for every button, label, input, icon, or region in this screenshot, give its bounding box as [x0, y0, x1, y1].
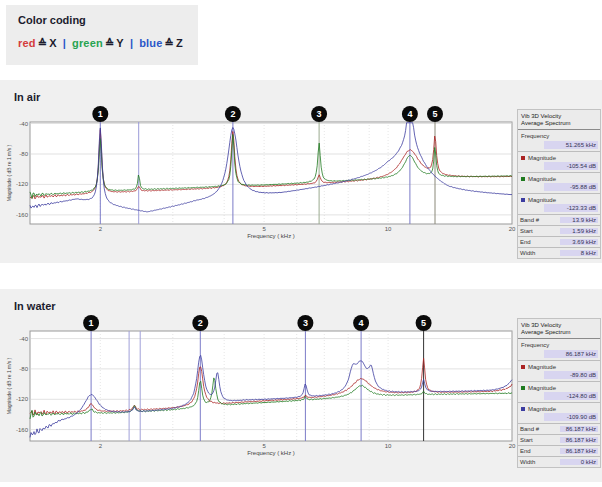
series-z-color-swatch	[521, 198, 525, 202]
band-label: Band #	[520, 426, 539, 432]
y-axis-title: Magnitude ( dB re 1 m/s )	[6, 357, 12, 414]
info-panel-air: Vib 3D Velocity Average Spectrum Frequen…	[517, 109, 601, 259]
magnitude-row-z: Magnitude	[518, 193, 600, 203]
peak-marker-number: 5	[421, 318, 426, 328]
y-tick-label: -80	[19, 366, 28, 372]
peak-marker-number: 3	[317, 109, 322, 119]
panel-subtitle: Average Spectrum	[518, 328, 600, 339]
legend-x-axis: X	[49, 37, 57, 49]
magnitude-value-y: -124.80 dB	[544, 392, 598, 400]
start-row: Start86.187 kHz	[518, 434, 600, 445]
y-tick-label: -40	[19, 121, 28, 127]
x-axis-title: Frequency ( kHz )	[247, 450, 295, 456]
width-row: Width8 kHz	[518, 247, 600, 258]
magnitude-row-y: Magnitude	[518, 381, 600, 391]
corresponds-symbol: ≙	[36, 37, 49, 49]
x-tick-label: 10	[385, 443, 392, 449]
peak-marker-number: 1	[89, 318, 94, 328]
water-chart-row: -40-80-120-160251020Frequency ( kHz )Mag…	[0, 315, 602, 468]
width-label: Width	[520, 459, 535, 465]
magnitude-label: Magnitude	[528, 364, 556, 370]
band-row: Band #86.187 kHz	[518, 423, 600, 434]
end-row: End3.69 kHz	[518, 236, 600, 247]
series-z-color-swatch	[521, 407, 525, 411]
plot-area	[30, 331, 512, 441]
magnitude-label: Magnitude	[528, 155, 556, 161]
y-axis-title: Magnitude ( dB re 1 m/s )	[6, 144, 12, 201]
peak-marker-number: 3	[303, 318, 308, 328]
section-title-water: In water	[0, 289, 602, 312]
magnitude-label: Magnitude	[528, 385, 556, 391]
peak-marker-number: 2	[198, 318, 203, 328]
band-label: Band #	[520, 217, 539, 223]
x-tick-label: 2	[99, 226, 103, 232]
color-coding-entries: red≙X|green≙Y|blue≙Z	[6, 26, 198, 50]
frequency-label: Frequency	[518, 130, 600, 140]
magnitude-label: Magnitude	[528, 406, 556, 412]
y-tick-label: -120	[16, 181, 29, 187]
x-tick-label: 5	[262, 226, 266, 232]
legend-blue-label: blue	[139, 37, 162, 49]
width-value: 8 kHz	[560, 250, 598, 256]
start-row: Start1.59 kHz	[518, 225, 600, 236]
corresponds-symbol: ≙	[103, 37, 116, 49]
corresponds-symbol: ≙	[163, 37, 176, 49]
end-row: End86.187 kHz	[518, 445, 600, 456]
start-label: Start	[520, 437, 533, 443]
legend-z-axis: Z	[176, 37, 183, 49]
frequency-value: 51.265 kHz	[544, 141, 598, 149]
peak-marker-number: 2	[230, 109, 235, 119]
y-tick-label: -80	[19, 151, 28, 157]
magnitude-value-x: -89.80 dB	[544, 371, 598, 379]
x-tick-label: 20	[509, 226, 516, 232]
color-coding-title: Color coding	[6, 5, 198, 26]
x-tick-label: 5	[262, 443, 266, 449]
band-value: 13.9 kHz	[560, 217, 598, 223]
legend-y-axis: Y	[116, 37, 124, 49]
end-value: 86.187 kHz	[560, 448, 598, 454]
magnitude-label: Magnitude	[528, 197, 556, 203]
end-label: End	[520, 239, 531, 245]
y-tick-label: -160	[16, 212, 29, 218]
info-panel-water: Vib 3D Velocity Average Spectrum Frequen…	[517, 318, 601, 468]
band-value: 86.187 kHz	[560, 426, 598, 432]
series-x-color-swatch	[521, 365, 525, 369]
end-value: 3.69 kHz	[560, 239, 598, 245]
series-y-color-swatch	[521, 386, 525, 390]
peak-marker-number: 4	[407, 109, 412, 119]
panel-subtitle: Average Spectrum	[518, 119, 600, 130]
legend-green-label: green	[72, 37, 103, 49]
air-chart-row: -40-80-120-160251020Frequency ( kHz )Mag…	[0, 106, 602, 259]
panel-title: Vib 3D Velocity	[518, 110, 600, 119]
start-label: Start	[520, 228, 533, 234]
magnitude-value-z: -109.90 dB	[544, 413, 598, 421]
peak-marker-number: 4	[359, 318, 364, 328]
start-value: 86.187 kHz	[560, 437, 598, 443]
figure-page: { "color_coding": { "title": "Color codi…	[0, 0, 602, 487]
frequency-value: 86.187 kHz	[544, 350, 598, 358]
legend-red-label: red	[18, 37, 36, 49]
peak-marker-number: 1	[98, 109, 103, 119]
magnitude-value-x: -105.54 dB	[544, 162, 598, 170]
peak-marker-number: 5	[432, 109, 437, 119]
band-row: Band #13.9 kHz	[518, 214, 600, 225]
y-tick-label: -40	[19, 336, 28, 342]
y-tick-label: -160	[16, 427, 29, 433]
series-x-color-swatch	[521, 156, 525, 160]
magnitude-value-y: -95.88 dB	[544, 183, 598, 191]
legend-separator: |	[57, 37, 72, 49]
x-axis-title: Frequency ( kHz )	[247, 233, 295, 239]
magnitude-value-z: -123.33 dB	[544, 204, 598, 212]
magnitude-row-z: Magnitude	[518, 402, 600, 412]
magnitude-row-x: Magnitude	[518, 360, 600, 370]
magnitude-row-x: Magnitude	[518, 151, 600, 161]
series-y-color-swatch	[521, 177, 525, 181]
color-coding-box: Color coding red≙X|green≙Y|blue≙Z	[6, 5, 198, 65]
x-tick-label: 2	[99, 443, 103, 449]
end-label: End	[520, 448, 531, 454]
x-tick-label: 20	[509, 443, 516, 449]
section-in-air: In air -40-80-120-160251020Frequency ( k…	[0, 80, 602, 263]
section-in-water: In water -40-80-120-160251020Frequency (…	[0, 289, 602, 482]
legend-separator: |	[124, 37, 139, 49]
water-spectrum-chart: -40-80-120-160251020Frequency ( kHz )Mag…	[4, 315, 516, 457]
